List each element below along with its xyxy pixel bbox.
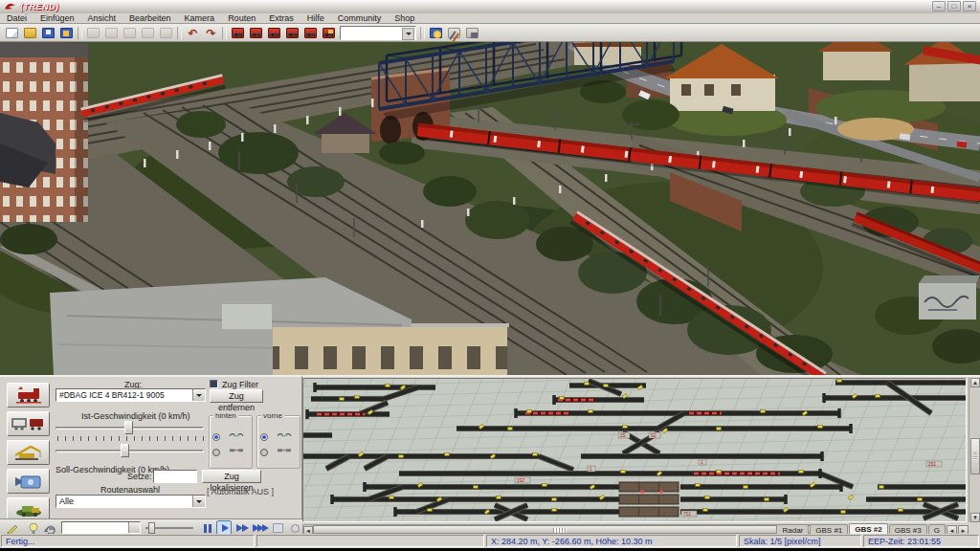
menu-routen[interactable]: Routen xyxy=(221,13,262,23)
menu-hilfe[interactable]: Hilfe xyxy=(301,13,331,23)
edit-mode-button[interactable] xyxy=(4,520,19,535)
gbs-hscroll-thumb[interactable] xyxy=(313,525,824,534)
status-spacer xyxy=(256,535,484,547)
hinten-uncouple-icon xyxy=(223,447,250,453)
camera-rotate-button[interactable] xyxy=(42,520,57,535)
zug-lokalisieren-button[interactable]: Zug lokalisieren xyxy=(202,470,261,483)
main-toolbar: ↶↷ xyxy=(0,24,980,42)
toolbar-combobox[interactable] xyxy=(340,26,416,40)
save-as-icon xyxy=(60,28,73,38)
menu-shop[interactable]: Shop xyxy=(388,13,421,23)
duplicate-icon xyxy=(142,28,154,38)
3d-viewport[interactable] xyxy=(0,42,980,375)
menu-community[interactable]: Community xyxy=(331,13,389,23)
hinten-radio-uncoupled[interactable] xyxy=(212,449,220,456)
pause-button[interactable] xyxy=(199,520,214,535)
couple-train-button[interactable] xyxy=(266,26,282,40)
zug-filter-checkbox[interactable] xyxy=(210,380,218,388)
camera-select-combobox[interactable] xyxy=(61,521,141,534)
vorne-radio-uncoupled[interactable] xyxy=(260,449,268,456)
cut-button[interactable] xyxy=(85,26,101,40)
new-file-icon xyxy=(6,28,18,38)
insert-train-icon xyxy=(232,28,244,38)
time-lapse-slider-thumb[interactable] xyxy=(148,522,155,534)
minimize-button[interactable]: – xyxy=(932,1,946,11)
reverse-train-button[interactable] xyxy=(302,26,319,40)
soll-speed-slider-thumb[interactable] xyxy=(121,444,129,457)
vorne-uncouple-icon xyxy=(271,447,298,453)
shunt-train-button[interactable] xyxy=(284,26,301,40)
gbs-track-diagram[interactable]: 2SS211S217S12S1 xyxy=(302,378,967,522)
status-scale: Skala: 1/5 [pixel/cm] xyxy=(739,535,861,547)
open-file-button[interactable] xyxy=(22,26,38,40)
svg-text:S2: S2 xyxy=(651,433,657,438)
camera-select-dropdown-icon[interactable] xyxy=(128,522,140,533)
close-button[interactable]: × xyxy=(963,1,976,11)
day-night-button[interactable] xyxy=(428,26,444,40)
vorne-couple-icon xyxy=(271,431,298,438)
gbs-vscroll-thumb[interactable] xyxy=(970,438,980,474)
status-ready: Fertig... xyxy=(1,535,255,547)
duplicate-button[interactable] xyxy=(140,26,156,40)
redo-button[interactable]: ↷ xyxy=(203,26,219,40)
status-eep-time: EEP-Zeit: 23:01:55 xyxy=(863,535,979,547)
undo-button[interactable]: ↶ xyxy=(185,26,201,40)
tools-button[interactable] xyxy=(446,26,462,40)
play-button[interactable] xyxy=(216,520,232,535)
scroll-up-icon[interactable]: ▲ xyxy=(970,378,980,387)
tools-icon xyxy=(448,28,460,38)
light-toggle-button[interactable] xyxy=(25,520,40,535)
train-select-dropdown-icon[interactable] xyxy=(192,389,205,401)
refresh-icon xyxy=(160,28,172,38)
speed-ticks xyxy=(57,436,204,441)
menu-datei[interactable]: Datei xyxy=(0,13,33,23)
new-file-button[interactable] xyxy=(4,26,20,40)
svg-text:2S1: 2S1 xyxy=(928,462,937,467)
undo-icon: ↶ xyxy=(187,28,199,38)
paste-icon xyxy=(123,28,136,38)
menu-bearbeiten[interactable]: Bearbeiten xyxy=(122,13,178,23)
window-title: (TREND) xyxy=(20,2,59,11)
save-button[interactable] xyxy=(40,26,56,40)
train-select-combobox[interactable]: #DBAG ICE 4 BR412-1 9005 xyxy=(56,388,206,402)
crane-mode-button[interactable] xyxy=(7,440,50,465)
graffiti-hut xyxy=(919,276,980,320)
ist-speed-slider-thumb[interactable] xyxy=(124,421,133,434)
route-select-combobox[interactable]: Alle xyxy=(56,495,206,508)
shunt-train-icon xyxy=(286,28,299,38)
hinten-couple-icon xyxy=(223,431,250,438)
camera-view-icon xyxy=(466,28,479,38)
camera-view-button[interactable] xyxy=(464,26,480,40)
menu-ansicht[interactable]: Ansicht xyxy=(81,13,123,23)
remove-train-button[interactable] xyxy=(248,26,264,40)
setze-input[interactable] xyxy=(153,470,197,483)
menu-kamera[interactable]: Kamera xyxy=(178,13,222,23)
scroll-down-icon[interactable]: ▼ xyxy=(970,513,980,522)
route-select-dropdown-icon[interactable] xyxy=(192,496,205,507)
train-control-panel: Zug: #DBAG ICE 4 BR412-1 9005 Zug Filter… xyxy=(0,375,302,534)
train-mode-button[interactable] xyxy=(7,383,50,408)
zug-filter-label: Zug Filter xyxy=(222,380,258,389)
detach-panel-button[interactable] xyxy=(287,520,302,535)
copy-button[interactable] xyxy=(103,26,120,40)
max-speed-button[interactable] xyxy=(251,520,266,535)
menu-einfügen[interactable]: Einfügen xyxy=(33,13,81,23)
menu-extras[interactable]: Extras xyxy=(262,13,301,23)
gbs-vertical-scrollbar[interactable]: ▲ ▼ xyxy=(969,378,980,522)
toolbar-separator xyxy=(420,27,425,39)
hinten-radio-coupled[interactable] xyxy=(212,433,220,441)
vorne-radio-coupled[interactable] xyxy=(260,433,268,441)
maximize-button[interactable]: □ xyxy=(947,1,961,11)
camera-mode-button[interactable] xyxy=(7,469,50,494)
soll-speed-slider-track[interactable] xyxy=(56,450,204,452)
record-window-button[interactable] xyxy=(270,520,285,535)
paste-button[interactable] xyxy=(122,26,138,40)
train-depot-icon xyxy=(323,28,335,38)
zug-entfernen-button[interactable]: Zug entfernen xyxy=(210,389,263,403)
rolling-stock-button[interactable] xyxy=(7,411,50,436)
save-as-button[interactable] xyxy=(58,26,75,40)
insert-train-button[interactable] xyxy=(230,26,246,40)
refresh-button[interactable] xyxy=(158,26,174,40)
train-depot-button[interactable] xyxy=(321,26,337,40)
fast-forward-button[interactable] xyxy=(234,520,249,535)
